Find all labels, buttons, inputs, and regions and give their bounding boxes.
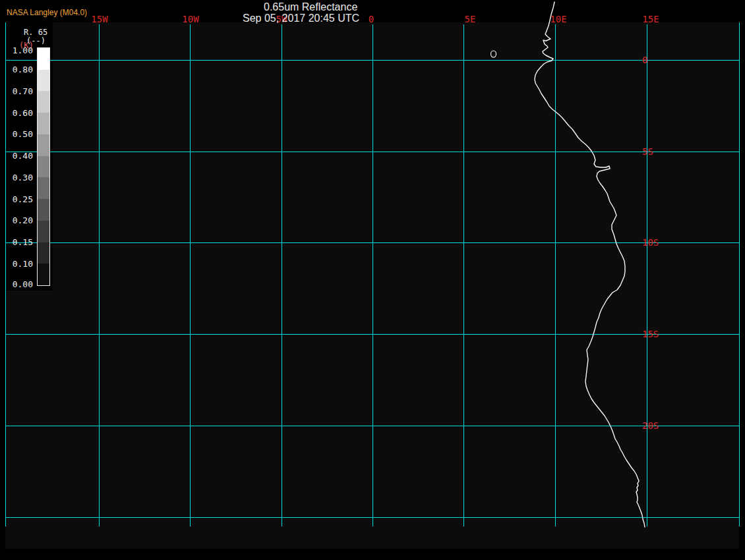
image-timestamp: Sep 05, 2017 20:45 UTC xyxy=(243,13,359,23)
latitude-label: 20S xyxy=(642,421,659,430)
colorbar-tick-label: 0.15 xyxy=(0,238,33,246)
colorbar-tick-label: 0.30 xyxy=(0,173,33,182)
colorbar-tick-label: 1.00 xyxy=(0,46,33,55)
colorbar-tick-label: 0.10 xyxy=(0,260,33,268)
colorbar-gradient xyxy=(37,47,50,286)
latitude-label: 15S xyxy=(642,329,659,339)
coastline xyxy=(535,2,645,527)
colorbar-tick-label: 0.00 xyxy=(0,280,33,289)
colorbar-tick-label: 0.70 xyxy=(0,87,33,96)
satellite-image-display: R. 65 (--) (K) 1.000.800.700.600.500.400… xyxy=(0,0,745,560)
map-graticule-and-coastline xyxy=(0,0,745,560)
longitude-label: 5E xyxy=(465,14,476,24)
colorbar-product-label: R. 65 xyxy=(24,28,47,36)
colorbar-tick-label: 0.60 xyxy=(0,109,33,117)
colorbar-tick-label: 0.20 xyxy=(0,216,33,225)
colorbar-tick-label: 0.50 xyxy=(0,130,33,138)
colorbar-tick-label: 0.80 xyxy=(0,65,33,74)
colorbar-tick-label: 0.25 xyxy=(0,195,33,204)
latitude-label: 5S xyxy=(642,147,653,156)
latitude-label: 10S xyxy=(642,238,659,247)
longitude-label: 10E xyxy=(550,14,566,24)
image-title: 0.65um Reflectance xyxy=(264,2,357,12)
latitude-label: 0 xyxy=(642,55,647,65)
island-outline xyxy=(491,51,496,57)
longitude-label: 10W xyxy=(182,14,198,24)
longitude-label: 0 xyxy=(369,14,374,24)
colorbar-tick-label: 0.40 xyxy=(0,152,33,160)
longitude-label: 15W xyxy=(91,14,107,24)
status-bar: MT10 0.65UM REFLECTANCE SEP 05, 2017 20:… xyxy=(0,549,745,560)
source-label: NASA Langley (M04.0) xyxy=(7,9,87,17)
longitude-label: 15E xyxy=(642,14,659,24)
